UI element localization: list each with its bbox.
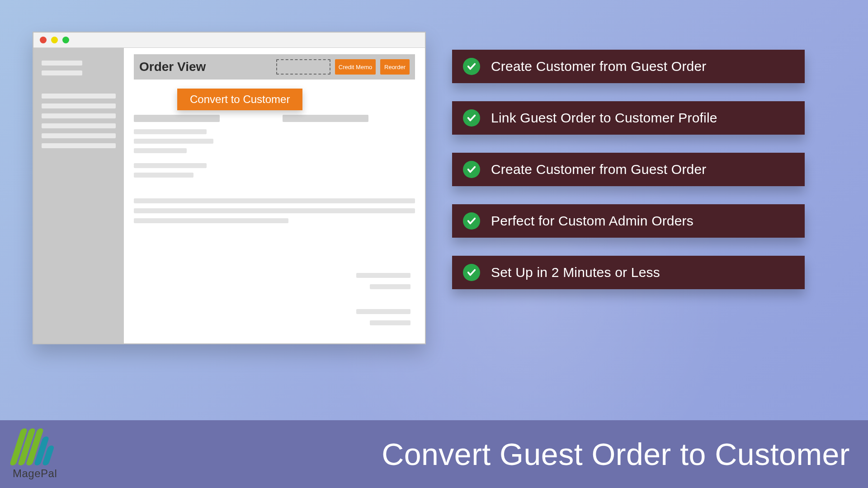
sidebar-item[interactable] xyxy=(42,94,116,99)
skeleton-line xyxy=(134,208,415,213)
skeleton-line xyxy=(370,284,410,289)
check-circle-icon xyxy=(463,58,480,75)
toolbar-placeholder-slot xyxy=(276,59,330,75)
close-icon[interactable] xyxy=(40,37,47,43)
order-content-skeleton xyxy=(134,115,415,223)
feature-label: Perfect for Custom Admin Orders xyxy=(491,213,693,229)
order-toolbar: Order View Credit Memo Reorder xyxy=(134,54,415,80)
feature-label: Create Customer from Guest Order xyxy=(491,162,707,177)
convert-to-customer-button[interactable]: Convert to Customer xyxy=(177,89,302,110)
admin-sidebar xyxy=(33,48,124,343)
check-circle-icon xyxy=(463,264,480,281)
brand-logo: MagePal xyxy=(13,428,57,480)
sidebar-item[interactable] xyxy=(42,70,82,75)
browser-window: Order View Credit Memo Reorder Convert t… xyxy=(33,32,426,344)
sidebar-item[interactable] xyxy=(42,61,82,66)
sidebar-item[interactable] xyxy=(42,103,116,108)
page-title: Order View xyxy=(139,60,206,74)
main-panel: Order View Credit Memo Reorder Convert t… xyxy=(124,48,425,343)
reorder-button[interactable]: Reorder xyxy=(380,59,410,75)
browser-titlebar xyxy=(33,33,425,48)
skeleton-line xyxy=(134,218,288,223)
minimize-icon[interactable] xyxy=(51,37,58,43)
feature-item: Set Up in 2 Minutes or Less xyxy=(452,256,805,289)
check-circle-icon xyxy=(463,161,480,178)
footer-headline: Convert Guest Order to Customer xyxy=(382,436,850,472)
check-circle-icon xyxy=(463,109,480,127)
feature-item: Link Guest Order to Customer Profile xyxy=(452,101,805,135)
skeleton-line xyxy=(134,148,187,153)
feature-label: Link Guest Order to Customer Profile xyxy=(491,110,717,126)
skeleton-line xyxy=(134,139,213,144)
credit-memo-button[interactable]: Credit Memo xyxy=(335,59,376,75)
sidebar-item[interactable] xyxy=(42,143,116,148)
marketing-footer: MagePal Convert Guest Order to Customer xyxy=(0,420,868,488)
skeleton-line xyxy=(134,115,220,122)
skeleton-line xyxy=(134,198,415,203)
skeleton-line xyxy=(134,163,207,168)
sidebar-item[interactable] xyxy=(42,123,116,128)
feature-list: Create Customer from Guest Order Link Gu… xyxy=(452,50,805,289)
skeleton-line xyxy=(370,320,410,325)
sidebar-item[interactable] xyxy=(42,113,116,118)
feature-item: Create Customer from Guest Order xyxy=(452,50,805,83)
skeleton-line xyxy=(134,129,207,134)
skeleton-line xyxy=(356,273,410,278)
skeleton-line xyxy=(134,173,193,178)
feature-item: Perfect for Custom Admin Orders xyxy=(452,204,805,238)
skeleton-line xyxy=(356,309,410,314)
sidebar-item[interactable] xyxy=(42,133,116,138)
logo-mark-icon xyxy=(9,428,61,465)
brand-name: MagePal xyxy=(13,467,57,480)
feature-item: Create Customer from Guest Order xyxy=(452,153,805,186)
feature-label: Set Up in 2 Minutes or Less xyxy=(491,265,660,280)
skeleton-line xyxy=(283,115,368,122)
zoom-icon[interactable] xyxy=(62,37,69,43)
feature-label: Create Customer from Guest Order xyxy=(491,59,707,74)
check-circle-icon xyxy=(463,212,480,230)
order-totals-skeleton xyxy=(356,273,410,332)
